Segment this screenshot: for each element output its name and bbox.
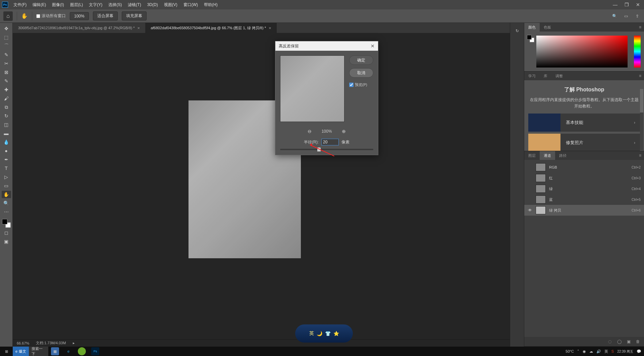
tab-color[interactable]: 颜色: [524, 23, 540, 32]
hand-tool[interactable]: ✋: [2, 191, 11, 198]
frame-tool[interactable]: ⊠: [2, 69, 11, 76]
tab-learn[interactable]: 学习: [524, 72, 540, 80]
menu-file[interactable]: 文件(F): [11, 1, 29, 9]
menu-type[interactable]: 文字(Y): [86, 1, 105, 9]
visibility-toggle[interactable]: 👁: [528, 208, 532, 213]
channel-row-rgb[interactable]: RGB Ctrl+2: [524, 162, 644, 173]
screenmode-tool[interactable]: ▣: [2, 238, 11, 245]
delete-channel-icon[interactable]: 🗑: [635, 339, 641, 344]
load-selection-icon[interactable]: ◌: [607, 339, 612, 344]
menu-layer[interactable]: 图层(L): [67, 1, 86, 9]
ime-widget[interactable]: 英 🌙 👕 ⭐: [295, 324, 353, 343]
lasso-tool[interactable]: ⌒: [2, 42, 11, 50]
radius-input[interactable]: [321, 139, 339, 145]
high-pass-dialog[interactable]: 高反差保留 ✕ 确定 取消 预览(P) ⊖ 100% ⊕ 半径(R): 像素: [275, 41, 378, 155]
menu-view[interactable]: 视图(V): [161, 1, 180, 9]
panel-menu-icon[interactable]: ≡: [636, 23, 644, 32]
taskbar-app1[interactable]: ▦: [48, 347, 62, 356]
eraser-tool[interactable]: ◫: [2, 121, 11, 128]
close-icon[interactable]: ×: [138, 26, 140, 31]
panel-menu-icon[interactable]: ≡: [636, 151, 644, 160]
marquee-tool[interactable]: ⬚: [2, 34, 11, 41]
save-selection-icon[interactable]: ◯: [616, 339, 622, 344]
workspace-icon[interactable]: ▭: [623, 13, 629, 19]
canvas[interactable]: [13, 33, 510, 339]
stamp-tool[interactable]: ⧉: [2, 103, 11, 111]
fill-screen-button[interactable]: 填充屏幕: [122, 11, 147, 20]
tab-libraries[interactable]: 库: [540, 72, 551, 80]
quickmask-tool[interactable]: ◻: [2, 229, 11, 236]
learn-card-basics[interactable]: 基本技能 ›: [528, 114, 640, 132]
tab-layers[interactable]: 图层: [524, 151, 540, 160]
search-icon[interactable]: 🔍: [611, 13, 618, 19]
channel-row-green-copy[interactable]: 👁 绿 拷贝 Ctrl+6: [524, 205, 644, 216]
zoom-in-icon[interactable]: ⊕: [342, 129, 346, 134]
channel-row-red[interactable]: 红 Ctrl+3: [524, 173, 644, 183]
tray-icon[interactable]: 🔊: [596, 349, 601, 354]
home-button[interactable]: ⌂: [3, 11, 13, 21]
channel-row-green[interactable]: 绿 Ctrl+4: [524, 183, 644, 194]
tray-ime[interactable]: 英: [604, 349, 608, 354]
pen-tool[interactable]: ✒: [2, 156, 11, 163]
color-swatches[interactable]: [2, 219, 11, 228]
tab-channels[interactable]: 通道: [540, 151, 555, 160]
channel-row-blue[interactable]: 蓝 Ctrl+5: [524, 194, 644, 205]
tray-icon[interactable]: S: [611, 349, 614, 353]
tab-paths[interactable]: 路径: [555, 151, 571, 160]
dialog-preview[interactable]: [280, 55, 344, 122]
color-mini-swatch[interactable]: [527, 35, 534, 42]
close-icon[interactable]: ✕: [371, 43, 375, 49]
scroll-all-windows-checkbox[interactable]: 滚动所有窗口: [36, 13, 66, 19]
move-tool[interactable]: ✥: [2, 25, 11, 32]
eyedropper-tool[interactable]: ✎: [2, 77, 11, 85]
temperature[interactable]: 50°C: [566, 349, 574, 353]
window-close[interactable]: ✕: [634, 2, 642, 8]
radius-slider[interactable]: [280, 149, 373, 150]
menu-edit[interactable]: 编辑(E): [30, 1, 49, 9]
fit-screen-button[interactable]: 适合屏幕: [93, 11, 118, 20]
tray-chevron-icon[interactable]: ˄: [577, 349, 579, 354]
type-tool[interactable]: T: [2, 165, 11, 172]
zoom-tool[interactable]: 🔍: [2, 199, 11, 207]
learn-card-retouch[interactable]: 修复照片 ›: [528, 134, 640, 151]
status-zoom[interactable]: 66.67%: [17, 341, 29, 345]
document-tab[interactable]: 3068f5d7ab7241218961dbd919473c1a_tplv-ob…: [13, 23, 145, 33]
status-arrow-icon[interactable]: ▸: [73, 341, 75, 345]
document-tab[interactable]: af6802daf0438be6580537504bdf5f4.jpg @ 66…: [145, 23, 276, 33]
shape-tool[interactable]: ▭: [2, 182, 11, 189]
tray-icon[interactable]: ◉: [583, 349, 586, 354]
taskbar-search[interactable]: 搜索一下: [29, 347, 48, 356]
panel-menu-icon[interactable]: ≡: [636, 72, 644, 80]
notifications-icon[interactable]: 💬: [637, 349, 641, 354]
menu-help[interactable]: 帮助(H): [201, 1, 220, 9]
close-icon[interactable]: ×: [269, 26, 271, 31]
dock-history-icon[interactable]: ↻: [513, 27, 521, 35]
menu-image[interactable]: 图像(I): [49, 1, 66, 9]
quick-select-tool[interactable]: ✎: [2, 51, 11, 58]
taskbar-browser[interactable]: e 爆文: [13, 347, 29, 356]
zoom-value-display[interactable]: 100%: [70, 12, 89, 20]
taskbar-edge[interactable]: e: [62, 347, 75, 356]
slider-thumb[interactable]: [317, 147, 321, 151]
zoom-out-icon[interactable]: ⊖: [308, 129, 312, 134]
preview-checkbox[interactable]: 预览(P): [349, 82, 373, 87]
edit-toolbar[interactable]: ⋯: [2, 208, 11, 216]
new-channel-icon[interactable]: ▣: [626, 339, 631, 344]
status-docinfo[interactable]: 文档:1.73M/4.03M: [36, 341, 66, 346]
history-brush-tool[interactable]: ↻: [2, 112, 11, 120]
start-button[interactable]: ⊞: [0, 347, 13, 356]
gradient-tool[interactable]: ▬: [2, 130, 11, 137]
dialog-titlebar[interactable]: 高反差保留 ✕: [275, 41, 378, 51]
menu-select[interactable]: 选择(S): [106, 1, 124, 9]
tab-adjustments[interactable]: 调整: [551, 72, 567, 80]
healing-tool[interactable]: ✚: [2, 86, 11, 93]
share-icon[interactable]: ⇪: [634, 13, 641, 19]
tab-swatches[interactable]: 色板: [540, 23, 555, 32]
cancel-button[interactable]: 取消: [349, 68, 373, 78]
blur-tool[interactable]: 💧: [2, 138, 11, 146]
window-minimize[interactable]: —: [611, 2, 619, 8]
menu-filter[interactable]: 滤镜(T): [125, 1, 144, 9]
brush-tool[interactable]: 🖌: [2, 95, 11, 102]
hue-slider[interactable]: [634, 36, 641, 68]
tray-icon[interactable]: ☁: [589, 349, 593, 354]
